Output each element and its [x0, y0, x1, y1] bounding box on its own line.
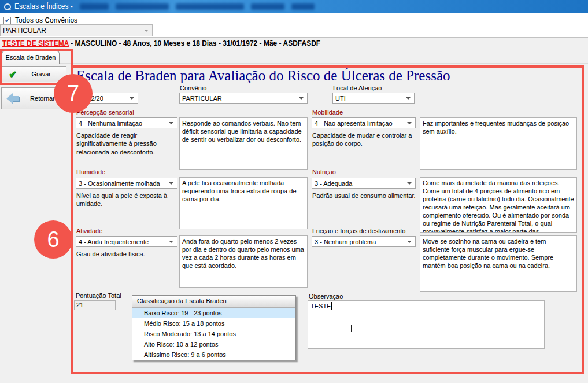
local-afericao-select[interactable]: UTI	[332, 93, 415, 104]
mobilidade-label: Mobilidade	[312, 109, 343, 116]
chevron-down-icon	[169, 122, 173, 124]
chevron-down-icon	[169, 182, 173, 185]
nutricao-description-box: Come mais da metade da maioria das refei…	[420, 177, 577, 233]
atividade-hint: Grau de atividade física.	[76, 250, 177, 258]
redacted-text	[80, 3, 109, 10]
humidade-description-box: A pele fica ocasionalmente molhada reque…	[179, 177, 308, 229]
atividade-label: Atividade	[76, 227, 102, 234]
chevron-down-icon	[407, 122, 412, 124]
window-title: Escalas e Índices -	[14, 2, 73, 10]
redacted-text	[116, 3, 169, 10]
classification-list: Classificação da Escala Braden Baixo Ris…	[132, 295, 296, 360]
chevron-down-icon	[406, 97, 411, 100]
friccao-label: Fricção e forças de deslizamento	[312, 227, 405, 234]
tabstrip-divider	[0, 63, 588, 64]
tab-escala-de-braden[interactable]: Escala de Braden	[2, 51, 60, 64]
atividade-description-box: Anda fora do quarto pelo menos 2 vezes p…	[179, 235, 308, 288]
convenio-select[interactable]: PARTICULAR	[179, 93, 308, 104]
classification-item-moderado[interactable]: Risco Moderado: 13 a 14 pontos	[132, 329, 295, 339]
arrow-left-icon	[6, 93, 19, 104]
humidade-label: Humidade	[76, 168, 105, 175]
classification-item-baixo[interactable]: Baixo Risco: 19 - 23 pontos	[132, 308, 295, 318]
chevron-down-icon	[169, 241, 173, 243]
observacao-label: Observação	[309, 293, 343, 300]
percepcao-hint: Capacidade de reagir significativamente …	[76, 131, 180, 156]
save-button[interactable]: ✔ Gravar	[1, 66, 66, 82]
percepcao-label: Percepção sensorial	[76, 109, 134, 116]
local-afericao-label: Local de Aferição	[333, 84, 382, 91]
chevron-down-icon	[407, 182, 412, 185]
mobilidade-description-box: Faz importantes e frequentes mudanças de…	[420, 117, 577, 170]
save-button-label: Gravar	[16, 71, 66, 78]
mobilidade-value: 4 - Não apresenta limitação	[315, 120, 393, 127]
titlebar: Escalas e Índices -	[0, 0, 588, 13]
annotation-badge-7: 7	[54, 74, 93, 113]
chevron-down-icon	[299, 97, 304, 100]
app-icon	[3, 3, 11, 10]
humidade-select[interactable]: 3 - Ocasionalmente molhada	[76, 178, 177, 189]
patient-bar: TESTE DE SISTEMA - MASCULINO - 48 Anos, …	[0, 37, 588, 50]
redacted-text	[291, 3, 315, 10]
chevron-down-icon	[407, 241, 412, 243]
nutricao-hint: Padrão usual de consumo alimentar.	[312, 192, 419, 200]
friccao-select[interactable]: 3 - Nenhum problema	[312, 236, 416, 247]
friccao-value: 3 - Nenhum problema	[315, 238, 376, 245]
green-check-icon: ✔	[9, 69, 16, 80]
convenio-label: Convênio	[180, 84, 206, 91]
classification-header: Classificação da Escala Braden	[132, 296, 295, 308]
convenio-filter-value: PARTICULAR	[3, 27, 46, 35]
atividade-value: 4 - Anda frequentemente	[79, 238, 149, 245]
patient-details: - MASCULINO - 48 Anos, 10 Meses e 18 Dia…	[69, 39, 320, 47]
chevron-down-icon	[130, 97, 134, 100]
classification-item-alto[interactable]: Alto Risco: 10 a 12 pontos	[132, 339, 295, 349]
ibeam-cursor: I	[350, 322, 353, 335]
classification-item-altissimo[interactable]: Altíssimo Risco: 9 a 6 pontos	[132, 349, 295, 360]
mobilidade-select[interactable]: 4 - Não apresenta limitação	[312, 117, 416, 128]
convenio-value: PARTICULAR	[182, 95, 222, 102]
atividade-select[interactable]: 4 - Anda frequentemente	[76, 236, 177, 247]
percepcao-value: 4 - Nenhuma limitação	[79, 120, 142, 127]
patient-name: TESTE DE SISTEMA	[2, 39, 69, 47]
todos-convenios-label: Todos os Convênios	[15, 16, 77, 24]
redacted-text	[251, 3, 284, 10]
annotation-badge-6: 6	[34, 220, 72, 259]
todos-convenios-checkbox[interactable]: ✔	[3, 17, 11, 24]
form-title: Escala de Braden para Avaliação do Risco…	[76, 68, 574, 84]
percepcao-select[interactable]: 4 - Nenhuma limitação	[76, 117, 177, 128]
chevron-down-icon	[144, 30, 149, 32]
nutricao-select[interactable]: 3 - Adequada	[312, 178, 416, 189]
braden-form-panel: Escala de Braden para Avaliação do Risco…	[71, 65, 584, 374]
observacao-textarea[interactable]: TESTE I	[308, 300, 545, 349]
local-afericao-value: UTI	[335, 95, 346, 102]
percepcao-description-box: Responde ao comandos verbais. Não tem dé…	[179, 117, 308, 170]
nutricao-label: Nutrição	[312, 168, 336, 175]
observacao-value: TESTE	[310, 303, 331, 310]
pontuacao-label: Pontuação Total	[76, 292, 121, 299]
friccao-description-box: Move-se sozinho na cama ou cadeira e tem…	[420, 235, 577, 292]
nutricao-value: 3 - Adequada	[315, 180, 352, 187]
humidade-value: 3 - Ocasionalmente molhada	[79, 180, 160, 187]
classification-item-medio[interactable]: Médio Risco: 15 a 18 pontos	[132, 318, 295, 329]
check-icon: ✔	[5, 17, 10, 24]
mobilidade-hint: Capacidade de mudar e controlar a posiçã…	[312, 131, 419, 148]
pontuacao-field: 21	[74, 300, 116, 310]
text-caret	[331, 302, 332, 310]
redacted-text	[176, 3, 244, 10]
bottom-divider	[74, 360, 579, 360]
humidade-hint: Nível ao qual a pele é exposta à umidade…	[76, 192, 177, 208]
convenio-filter-select[interactable]: PARTICULAR	[0, 24, 153, 36]
